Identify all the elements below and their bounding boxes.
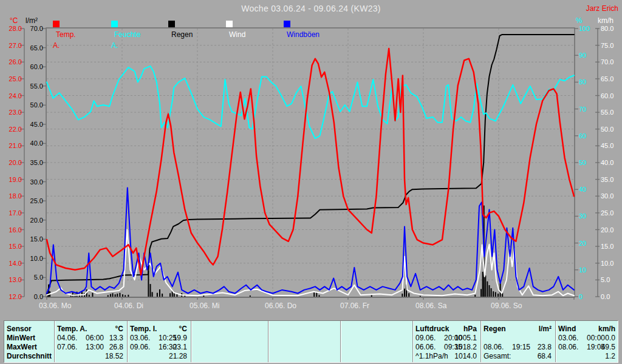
regen-max-value: 23.8 [480,343,552,351]
tick-label-rain_lm2: 25.0 [30,197,43,204]
tick-label-humidity_pct: 90 [579,52,586,59]
tick-label-rain_lm2: 50.0 [30,101,43,109]
tick-label-rain_lm2: 70.0 [30,25,43,32]
temp-a-max-value: 26.8 [54,343,123,351]
tick-label-wind_kmh: 25.0 [601,209,613,217]
row-label-durchschnitt: Durchschnitt [7,352,52,360]
wind-axis-ticks: 80.075.070.065.060.055.050.045.040.035.0… [601,0,622,322]
temp-a-avg-value: 18.52 [54,352,123,360]
tick-label-wind_kmh: 40.0 [601,159,613,166]
luftdruck-max-value: 1018.2 [412,343,477,351]
tick-label-wind_kmh: 45.0 [601,142,613,149]
table-divider [340,321,341,362]
temp-i-max-value: 23.1 [127,343,187,351]
tick-label-humidity_pct: 100 [579,25,590,32]
wind-min-value: 0.0 [555,334,615,342]
row-label-minwert: MinWert [7,334,35,342]
tick-label-wind_kmh: 30.0 [601,192,613,200]
row-label-sensor: Sensor [7,325,32,333]
luftdruck-avg-value: 1014.0 [412,352,477,360]
tick-label-rain_lm2: 10.0 [30,255,43,262]
tick-label-rain_lm2: 65.0 [30,44,43,52]
table-divider [268,321,269,362]
x-axis-label: 03.06. Mo [39,302,71,310]
tick-label-wind_kmh: 15.0 [601,243,613,250]
tick-label-wind_kmh: 80.0 [601,25,613,32]
tick-label-wind_kmh: 70.0 [601,58,613,66]
x-axis-label: 07.06. Fr [340,302,369,310]
tick-label-wind_kmh: 10.0 [601,260,613,267]
tick-label-wind_kmh: 50.0 [601,126,613,133]
tick-label-humidity_pct: 0 [579,293,583,300]
tick-label-wind_kmh: 0.0 [601,293,610,300]
tick-label-wind_kmh: 35.0 [601,176,613,183]
temp-i-avg-value: 21.28 [127,352,187,360]
luftdruck-min-value: 1005.1 [412,334,477,342]
regen-avg-value: 68.4 [480,352,552,360]
tick-label-humidity_pct: 60 [579,132,586,140]
tick-label-rain_lm2: 60.0 [30,63,43,70]
x-axis-label: 05.06. Mi [190,302,219,310]
tick-label-rain_lm2: 30.0 [30,178,43,186]
x-axis-label: 08.06. Sa [415,302,446,310]
x-axis-label: 09.06. So [491,302,522,310]
temp-a-min-value: 13.3 [54,334,123,342]
weather-chart [0,0,622,322]
tick-label-humidity_pct: 20 [579,240,586,247]
series-windb-en [47,187,574,293]
tick-label-humidity_pct: 80 [579,78,586,86]
tick-label-wind_kmh: 75.0 [601,42,613,49]
tick-label-rain_lm2: 55.0 [30,83,43,90]
tick-label-wind_kmh: 20.0 [601,226,613,234]
tick-label-rain_lm2: 20.0 [30,217,43,224]
x-axis-label: 06.06. Do [265,302,296,310]
tick-label-humidity_pct: 10 [579,266,586,274]
tick-label-wind_kmh: 65.0 [601,75,613,83]
col-unit-temp-a: °C [54,325,123,333]
wind-avg-value: 1.2 [555,352,615,360]
humidity-axis-ticks: 1009080706050403020100 [579,0,597,322]
tick-label-rain_lm2: 15.0 [30,235,43,243]
tick-label-humidity_pct: 50 [579,159,586,166]
tick-label-wind_kmh: 60.0 [601,92,613,99]
col-unit-wind: km/h [555,325,615,333]
tick-label-rain_lm2: 45.0 [30,121,43,128]
tick-label-rain_lm2: 35.0 [30,159,43,166]
tick-label-rain_lm2: 0.0 [34,293,43,300]
col-unit-luftdruck: hPa [412,325,477,333]
tick-label-wind_kmh: 55.0 [601,109,613,116]
tick-label-humidity_pct: 70 [579,106,586,113]
wind-max-value: 49.5 [555,343,615,351]
col-unit-regen: l/m² [480,325,552,333]
tick-label-rain_lm2: 5.0 [34,274,43,281]
tick-label-wind_kmh: 5.0 [601,276,610,283]
tick-label-humidity_pct: 30 [579,212,586,220]
table-divider [191,321,192,362]
tick-label-rain_lm2: 40.0 [30,140,43,147]
col-unit-temp-i: °C [127,325,187,333]
rain-axis-ticks: 70.065.060.055.050.045.040.035.030.025.0… [0,0,43,322]
stats-table: SensorMinWertMaxWertDurchschnittTemp. A.… [4,320,618,363]
row-label-maxwert: MaxWert [7,343,37,351]
temp-i-min-value: 19.9 [127,334,187,342]
tick-label-humidity_pct: 40 [579,186,586,193]
x-axis-label: 04.06. Di [114,302,143,310]
